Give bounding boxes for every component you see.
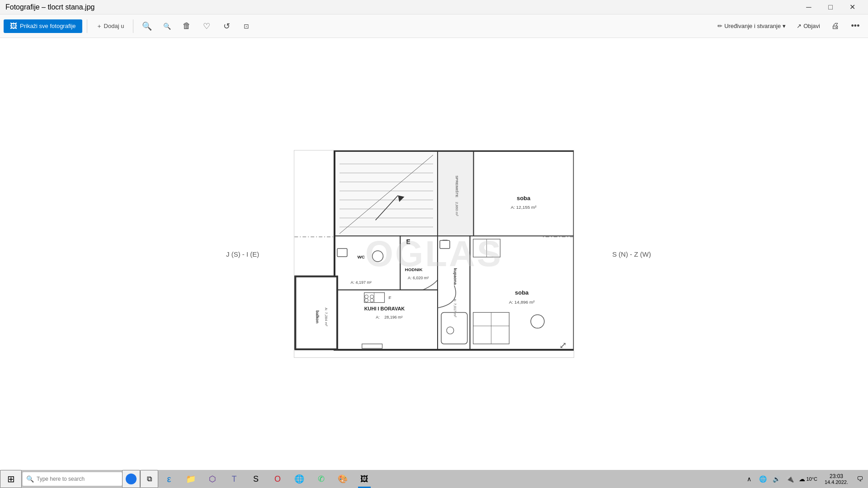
explorer-icon: 📁 bbox=[186, 474, 196, 484]
taskbar-app-chrome[interactable]: 🌐 bbox=[288, 470, 310, 488]
floorplan-container: J (S) - I (E) S (N) - Z (W) OGLAS bbox=[294, 150, 574, 358]
taskbar-app-teams[interactable]: T bbox=[223, 470, 245, 488]
search-bar[interactable]: 🔍 bbox=[23, 472, 122, 486]
toolbar: 🖼 Prikaži sve fotografije ＋ Dodaj u 🔍 🔍 … bbox=[0, 14, 868, 38]
clock-date: 14.4.2022. bbox=[825, 479, 848, 485]
steam-icon: S bbox=[253, 474, 259, 484]
rotate-icon: ↺ bbox=[223, 21, 230, 31]
svg-text:SPREIMIŠTE: SPREIMIŠTE bbox=[455, 176, 459, 197]
delete-button[interactable]: 🗑 bbox=[178, 18, 196, 34]
maximize-button[interactable]: □ bbox=[820, 0, 841, 14]
window-controls: ─ □ ✕ bbox=[798, 0, 863, 14]
rotate-button[interactable]: ↺ bbox=[217, 18, 236, 34]
taskbar-app-other[interactable]: 🎨 bbox=[332, 470, 354, 488]
start-button[interactable]: ⊞ bbox=[0, 470, 22, 488]
taskbar-app-edge[interactable]: ε bbox=[158, 470, 180, 488]
taskbar-app-explorer[interactable]: 📁 bbox=[180, 470, 202, 488]
taskbar-app-steam[interactable]: S bbox=[245, 470, 267, 488]
heart-icon: ♡ bbox=[203, 21, 210, 31]
svg-text:2,860 m²: 2,860 m² bbox=[455, 202, 459, 216]
vs-icon: ⬡ bbox=[209, 474, 216, 484]
notification-icon: 🗨 bbox=[857, 475, 863, 483]
add-button[interactable]: ＋ Dodaj u bbox=[92, 18, 129, 34]
search-icon: 🔍 bbox=[26, 475, 34, 483]
svg-text:A:: A: bbox=[376, 315, 379, 319]
clock-widget[interactable]: 23:03 14.4.2022. bbox=[820, 470, 853, 488]
battery-icon: 🔌 bbox=[786, 475, 794, 483]
edit-icon: ✏ bbox=[717, 23, 722, 29]
network-icon[interactable]: 🌐 bbox=[756, 470, 769, 488]
weather-widget[interactable]: ☁ 10°C bbox=[797, 470, 819, 488]
wifi-icon: 🌐 bbox=[759, 475, 767, 483]
show-all-label: Prikaži sve fotografije bbox=[20, 23, 76, 29]
taskbar-app-photos[interactable]: 🖼 bbox=[354, 470, 375, 488]
svg-text:A: 14,896 m²: A: 14,896 m² bbox=[509, 300, 535, 305]
taskbar-app-whatsapp[interactable]: ✆ bbox=[310, 470, 332, 488]
volume-icon[interactable]: 🔊 bbox=[770, 470, 783, 488]
task-view-button[interactable]: ⧉ bbox=[140, 470, 158, 488]
expand-icon[interactable]: ⤢ bbox=[559, 340, 567, 351]
svg-text:balkon: balkon bbox=[315, 310, 320, 324]
power-icon[interactable]: 🔌 bbox=[783, 470, 796, 488]
svg-text:soba: soba bbox=[515, 289, 529, 296]
more-button[interactable]: ••• bbox=[846, 18, 864, 34]
photos-icon: 🖼 bbox=[360, 474, 368, 484]
edit-create-label: Uređivanje i stvaranje bbox=[724, 23, 781, 29]
taskbar-right: ∧ 🌐 🔊 🔌 ☁ 10°C 23:03 14.4.2022. 🗨 bbox=[743, 470, 868, 488]
speaker-icon: 🔊 bbox=[773, 475, 780, 483]
zoom-in-icon: 🔍 bbox=[142, 21, 152, 31]
show-hidden-button[interactable]: ∧ bbox=[743, 470, 755, 488]
share-label: Objavi bbox=[803, 23, 820, 29]
cortana-button[interactable] bbox=[122, 470, 140, 488]
zoom-out-icon: 🔍 bbox=[163, 23, 171, 30]
show-all-button[interactable]: 🖼 Prikaži sve fotografije bbox=[4, 19, 82, 33]
svg-text:soba: soba bbox=[517, 195, 531, 202]
search-input[interactable] bbox=[37, 476, 118, 482]
titlebar: Fotografije – tlocrt stana.jpg ─ □ ✕ bbox=[0, 0, 868, 14]
svg-text:28,196 m²: 28,196 m² bbox=[384, 315, 402, 319]
cortana-icon bbox=[126, 474, 137, 484]
close-button[interactable]: ✕ bbox=[842, 0, 863, 14]
compass-left: J (S) - I (E) bbox=[226, 250, 259, 258]
windows-icon: ⊞ bbox=[7, 474, 15, 484]
svg-text:A: 12,155 m²: A: 12,155 m² bbox=[511, 205, 537, 210]
compass-right: S (N) - Z (W) bbox=[612, 250, 651, 258]
svg-text:A: 7,284 m²: A: 7,284 m² bbox=[324, 308, 328, 326]
zoom-out-button[interactable]: 🔍 bbox=[158, 18, 176, 34]
share-button[interactable]: ↗ Objavi bbox=[792, 20, 825, 32]
notification-button[interactable]: 🗨 bbox=[854, 470, 866, 488]
delete-icon: 🗑 bbox=[183, 21, 191, 31]
clock-time: 23:03 bbox=[830, 473, 843, 479]
cloud-icon: ☁ bbox=[799, 475, 805, 483]
add-label: Dodaj u bbox=[104, 23, 124, 29]
svg-text:F: F bbox=[388, 295, 391, 300]
heart-button[interactable]: ♡ bbox=[198, 18, 216, 34]
task-view-icon: ⧉ bbox=[147, 475, 152, 483]
edit-create-button[interactable]: ✏ Uređivanje i stvaranje ▾ bbox=[713, 20, 790, 32]
svg-text:WC: WC bbox=[357, 254, 365, 259]
whatsapp-icon: ✆ bbox=[318, 474, 325, 484]
share-icon: ↗ bbox=[797, 23, 802, 29]
minimize-button[interactable]: ─ bbox=[798, 0, 819, 14]
zoom-in-button[interactable]: 🔍 bbox=[138, 18, 156, 34]
crop-button[interactable]: ⊡ bbox=[237, 18, 255, 34]
toolbar-right: ✏ Uređivanje i stvaranje ▾ ↗ Objavi 🖨 ••… bbox=[713, 18, 864, 34]
svg-text:A: 7,017 m²: A: 7,017 m² bbox=[453, 299, 457, 317]
chrome-icon: 🌐 bbox=[294, 474, 304, 484]
chevron-down-icon: ▾ bbox=[783, 23, 786, 29]
photos-icon: 🖼 bbox=[10, 22, 17, 30]
edge-icon: ε bbox=[167, 474, 171, 484]
watermark: OGLAS bbox=[365, 233, 503, 275]
crop-icon: ⊡ bbox=[244, 23, 249, 30]
svg-text:A: 4,197 m²: A: 4,197 m² bbox=[351, 280, 372, 285]
print-button[interactable]: 🖨 bbox=[826, 18, 844, 34]
taskbar: ⊞ 🔍 ⧉ ε 📁 ⬡ T S O bbox=[0, 470, 868, 488]
taskbar-app-opera[interactable]: O bbox=[267, 470, 288, 488]
other-app-icon: 🎨 bbox=[338, 474, 348, 484]
teams-icon: T bbox=[232, 474, 237, 484]
taskbar-apps: ε 📁 ⬡ T S O 🌐 ✆ 🎨 bbox=[158, 470, 375, 488]
separator-2 bbox=[133, 19, 133, 33]
temperature-value: 10°C bbox=[806, 476, 817, 482]
svg-text:A: 6,020 m²: A: 6,020 m² bbox=[408, 276, 429, 280]
taskbar-app-vs[interactable]: ⬡ bbox=[202, 470, 223, 488]
